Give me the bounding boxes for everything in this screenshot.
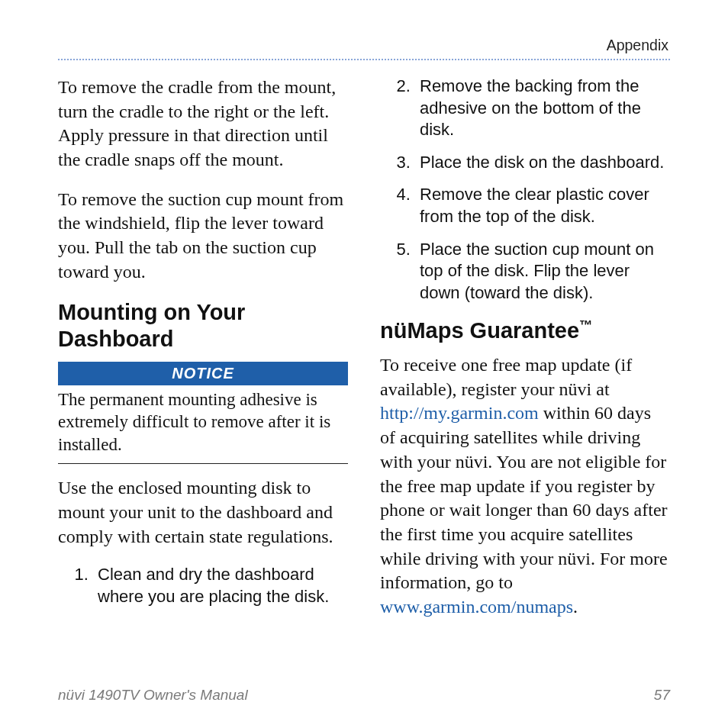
link-numaps[interactable]: www.garmin.com/numaps [380,597,573,617]
steps-list-left: Clean and dry the dashboard where you ar… [58,564,348,607]
notice-bar: NOTICE [58,362,348,385]
step-4: Remove the clear plastic cover from the … [415,184,670,227]
header-rule [58,59,670,60]
column-right: Remove the backing from the adhesive on … [380,76,670,635]
para-guarantee: To receive one free map update (if avail… [380,353,670,619]
para-remove-cradle: To remove the cradle from the mount, tur… [58,76,348,172]
trademark-symbol: ™ [579,318,592,333]
heading-numaps-guarantee: nüMaps Guarantee™ [380,317,670,344]
footer-page-number: 57 [654,687,670,704]
guarantee-text-a: To receive one free map update (if avail… [380,355,632,399]
two-column-layout: To remove the cradle from the mount, tur… [58,76,670,635]
document-page: Appendix To remove the cradle from the m… [0,0,728,728]
heading-numaps-text: nüMaps Guarantee [380,318,579,343]
notice-body: The permanent mounting adhesive is extre… [58,385,348,464]
header-appendix: Appendix [58,37,670,54]
steps-list-right: Remove the backing from the adhesive on … [380,76,670,304]
heading-mounting-dashboard: Mounting on Your Dashboard [58,299,348,353]
guarantee-text-c: . [573,597,578,617]
page-footer: nüvi 1490TV Owner's Manual 57 [58,687,670,704]
guarantee-text-b: within 60 days of acquiring satellites w… [380,403,668,592]
para-remove-suction: To remove the suction cup mount from the… [58,188,348,285]
step-1: Clean and dry the dashboard where you ar… [93,564,348,607]
step-5: Place the suction cup mount on top of th… [415,239,670,304]
para-use-disk: Use the enclosed mounting disk to mount … [58,476,348,549]
column-left: To remove the cradle from the mount, tur… [58,76,348,635]
step-3: Place the disk on the dashboard. [415,152,670,174]
footer-manual-title: nüvi 1490TV Owner's Manual [58,687,248,704]
step-2: Remove the backing from the adhesive on … [415,76,670,141]
link-my-garmin[interactable]: http://my.garmin.com [380,403,539,423]
